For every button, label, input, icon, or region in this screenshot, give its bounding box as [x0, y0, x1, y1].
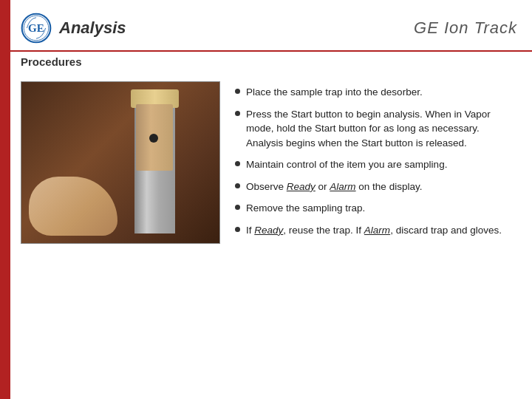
bullet4-prefix: Observe — [246, 181, 287, 192]
bullet-dot-4 — [235, 183, 240, 188]
bullet-dot-5 — [235, 205, 240, 210]
bullet-dot-6 — [235, 227, 240, 232]
bullet-item-5: Remove the sampling trap. — [235, 201, 517, 216]
bullet6-middle: , reuse the trap. If — [283, 225, 364, 236]
bullet-dot-1 — [235, 89, 240, 94]
bullet-dot-3 — [235, 161, 240, 166]
bullet-text-6: If Ready, reuse the trap. If Alarm, disc… — [246, 223, 517, 238]
bullet-item-1: Place the sample trap into the desorber. — [235, 85, 517, 100]
bullet4-italic2: Alarm — [330, 181, 355, 192]
hand-image — [29, 177, 117, 236]
section-label: Procedures — [21, 55, 82, 68]
bullet4-suffix: on the display. — [356, 181, 423, 192]
bullet-text-2: Press the Start button to begin analysis… — [246, 107, 517, 151]
trap-hole — [149, 134, 158, 143]
bullet6-italic2: Alarm — [364, 225, 390, 236]
ge-logo-icon: GE — [21, 13, 52, 44]
bullet-text-1: Place the sample trap into the desorber. — [246, 85, 517, 100]
bullet-item-6: If Ready, reuse the trap. If Alarm, disc… — [235, 223, 517, 238]
bullet-text-4: Observe Ready or Alarm on the display. — [246, 180, 517, 194]
photo-background — [21, 82, 219, 243]
bullet-item-2: Press the Start button to begin analysis… — [235, 107, 517, 151]
bullet6-prefix: If — [246, 225, 254, 236]
bullet-item-3: Maintain control of the item you are sam… — [235, 157, 517, 172]
brand-name: GE Ion Track — [414, 18, 517, 38]
bullet-dot-2 — [235, 111, 240, 116]
bullet-text-5: Remove the sampling trap. — [246, 201, 517, 216]
bullet-list: Place the sample trap into the desorber.… — [235, 81, 517, 392]
sidebar-accent — [0, 0, 10, 399]
bullet6-italic1: Ready — [254, 225, 283, 236]
page-title: Analysis — [59, 18, 126, 38]
bullet4-middle: or — [316, 181, 330, 192]
bullet4-italic1: Ready — [287, 181, 316, 192]
bullet-text-3: Maintain control of the item you are sam… — [246, 157, 517, 172]
logo-title: GE Analysis — [21, 13, 126, 44]
header: GE Analysis GE Ion Track — [10, 0, 532, 52]
procedure-image — [21, 81, 220, 244]
bullet6-suffix: , discard trap and gloves. — [390, 225, 502, 236]
bullet-item-4: Observe Ready or Alarm on the display. — [235, 180, 517, 194]
svg-text:GE: GE — [28, 22, 44, 34]
main-content: Place the sample trap into the desorber.… — [10, 74, 532, 399]
